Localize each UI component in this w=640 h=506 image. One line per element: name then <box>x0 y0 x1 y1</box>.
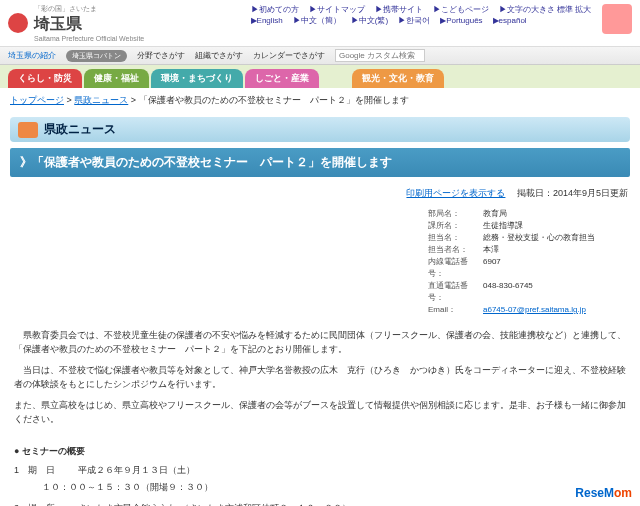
email-link[interactable]: a6745-07@pref.saitama.lg.jp <box>483 304 586 316</box>
outline-item: 1期 日平成２６年９月１３日（土） <box>14 463 626 478</box>
prefecture-name: 埼玉県 <box>34 14 144 35</box>
contact-info-box: 部局名：教育局課所名：生徒指導課担当名：総務・登校支援・心の教育担当担当者名：本… <box>428 208 628 316</box>
breadcrumb-home[interactable]: トップページ <box>10 95 64 105</box>
article-body: 県教育委員会では、不登校児童生徒の保護者の不安や悩みを軽減するために民間団体（フ… <box>0 320 640 440</box>
meta-row: 印刷用ページを表示する 掲載日：2014年9月5日更新 <box>0 183 640 204</box>
lang-link[interactable]: ▶中文（簡） <box>293 15 341 26</box>
resemom-logo[interactable]: ReseMom <box>575 486 632 500</box>
mascot-label: 埼玉県コバトン <box>66 50 127 62</box>
page-title: 》「保護者や教員のための不登校セミナー パート２」を開催します <box>10 148 630 177</box>
breadcrumb: トップページ > 県政ニュース > 「保護者や教員のための不登校セミナー パート… <box>0 88 640 113</box>
lang-link[interactable]: ▶한국어 <box>398 15 430 26</box>
print-link[interactable]: 印刷用ページを表示する <box>406 188 505 198</box>
search-by-org[interactable]: 組織でさがす <box>195 50 243 61</box>
util-link[interactable]: ▶こどもページ <box>433 4 489 15</box>
info-row: 直通電話番号：048-830-6745 <box>428 280 628 304</box>
top-utility-links: ▶初めての方▶サイトマップ▶携帯サイト▶こどもページ▶文字の大きさ 標準 拡大 … <box>248 4 594 26</box>
util-link[interactable]: ▶文字の大きさ 標準 拡大 <box>499 4 591 15</box>
mascot-banner[interactable] <box>602 4 632 34</box>
body-p3: また、県立高校をはじめ、県立高校やフリースクール、保護者の会等がブースを設置して… <box>14 398 626 427</box>
news-icon <box>18 122 38 138</box>
logo-area[interactable]: 「彩の国」さいたま 埼玉県 Saitama Prefecture Officia… <box>8 4 144 42</box>
section-header: 県政ニュース <box>10 117 630 142</box>
nav-tab-culture[interactable]: 観光・文化・教育 <box>352 69 444 88</box>
updated-date: 2014年9月5日更新 <box>553 188 628 198</box>
seminar-outline: ● セミナーの概要 1期 日平成２６年９月１３日（土）１０：００～１５：３０（開… <box>0 440 640 506</box>
util-link[interactable]: ▶初めての方 <box>251 4 299 15</box>
nav-tab-health[interactable]: 健康・福祉 <box>84 69 149 88</box>
intro-link[interactable]: 埼玉県の紹介 <box>8 50 56 61</box>
prefecture-subtitle: Saitama Prefecture Official Website <box>34 35 144 42</box>
nav-tab-env[interactable]: 環境・まちづくり <box>151 69 243 88</box>
info-row: 内線電話番号：6907 <box>428 256 628 280</box>
site-header: 「彩の国」さいたま 埼玉県 Saitama Prefecture Officia… <box>0 0 640 47</box>
lang-link[interactable]: ▶中文(繁) <box>351 15 388 26</box>
outline-sub: １０：００～１５：３０（開場９：３０） <box>42 480 626 495</box>
info-email-row: Email：a6745-07@pref.saitama.lg.jp <box>428 304 628 316</box>
section-header-text: 県政ニュース <box>44 121 116 138</box>
sub-header: 埼玉県の紹介 埼玉県コバトン 分野でさがす 組織でさがす カレンダーでさがす <box>0 47 640 65</box>
nav-tab-work[interactable]: しごと・産業 <box>245 69 319 88</box>
outline-item: 2場 所さいたま市民会館うらわ （さいたま市浦和区仲町２－１０－２２） <box>14 501 626 506</box>
updated-label: 掲載日： <box>517 188 553 198</box>
search-input[interactable] <box>335 49 425 62</box>
info-row: 担当名：総務・登校支援・心の教育担当 <box>428 232 628 244</box>
breadcrumb-current: 「保護者や教員のための不登校セミナー パート２」を開催します <box>139 95 409 105</box>
tagline: 「彩の国」さいたま <box>34 4 144 14</box>
breadcrumb-news[interactable]: 県政ニュース <box>74 95 128 105</box>
info-row: 課所名：生徒指導課 <box>428 220 628 232</box>
body-p2: 当日は、不登校で悩む保護者や教員等を対象として、神戸大学名誉教授の広木 克行（ひ… <box>14 363 626 392</box>
calendar-search[interactable]: カレンダーでさがす <box>253 50 325 61</box>
main-nav: くらし・防災 健康・福祉 環境・まちづくり しごと・産業 観光・文化・教育 <box>0 65 640 88</box>
body-p1: 県教育委員会では、不登校児童生徒の保護者の不安や悩みを軽減するために民間団体（フ… <box>14 328 626 357</box>
util-link[interactable]: ▶サイトマップ <box>309 4 365 15</box>
cobaton-icon <box>8 13 28 33</box>
lang-link[interactable]: ▶Português <box>440 15 482 26</box>
lang-link[interactable]: ▶English <box>251 15 283 26</box>
search-by-field[interactable]: 分野でさがす <box>137 50 185 61</box>
info-row: 部局名：教育局 <box>428 208 628 220</box>
util-link[interactable]: ▶携帯サイト <box>375 4 423 15</box>
info-row: 担当者名：本澤 <box>428 244 628 256</box>
nav-tab-life[interactable]: くらし・防災 <box>8 69 82 88</box>
outline-heading: ● セミナーの概要 <box>14 444 626 459</box>
lang-link[interactable]: ▶español <box>493 15 527 26</box>
